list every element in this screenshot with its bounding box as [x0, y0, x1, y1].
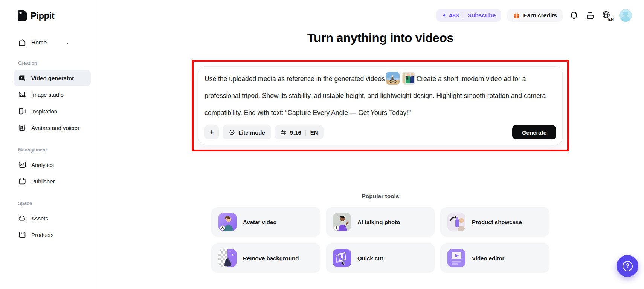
inspiration-icon [18, 107, 26, 115]
publisher-icon [18, 177, 26, 185]
red-annotation-box: Use the uploaded media as reference in t… [192, 60, 569, 151]
generate-button[interactable]: Generate [512, 125, 556, 139]
sidebar-section-space: Space [18, 201, 98, 206]
tool-label: AI talking photo [357, 219, 400, 225]
pippit-logo-icon [17, 10, 27, 21]
tool-label: Quick cut [357, 255, 383, 261]
prompt-input[interactable]: Use the uploaded media as reference in t… [204, 70, 556, 121]
sidebar-section-management: Management [18, 147, 98, 153]
sidebar-item-label: Inspiration [31, 108, 57, 115]
video-editor-thumbnail [447, 249, 465, 267]
home-icon [18, 38, 26, 47]
pill-divider [463, 13, 463, 18]
aspect-ratio-value: 9:16 [290, 129, 301, 136]
ratio-divider: | [305, 129, 307, 136]
sidebar-home-label: Home [31, 39, 47, 46]
lite-mode-button[interactable]: Lite mode [223, 125, 271, 139]
add-media-button[interactable]: + [204, 125, 219, 139]
sidebar-item-publisher[interactable]: Publisher [14, 173, 91, 190]
tool-label: Video editor [472, 255, 504, 261]
sidebar-item-video-generator[interactable]: Video generator [14, 70, 91, 86]
subscribe-link[interactable]: Subscribe [467, 12, 496, 19]
tool-card-video-editor[interactable]: Video editor [440, 243, 549, 273]
assets-cloud-icon [18, 214, 26, 222]
prompt-composer: Use the uploaded media as reference in t… [198, 66, 563, 145]
user-avatar[interactable] [619, 9, 632, 22]
remove-background-thumbnail [218, 249, 237, 267]
sidebar-item-assets[interactable]: Assets [14, 210, 91, 226]
tool-card-ai-talking-photo[interactable]: AI talking photo [326, 207, 435, 237]
credits-subscribe-pill[interactable]: ✦ 483 Subscribe [436, 9, 501, 22]
tool-card-quick-cut[interactable]: Quick cut [326, 243, 435, 273]
workspace-drawer-icon[interactable] [585, 11, 595, 20]
earn-credits-label: Earn credits [523, 12, 557, 19]
sidebar-item-image-studio[interactable]: Image studio [14, 86, 91, 103]
prompt-text-before: Use the uploaded media as reference in t… [204, 75, 385, 83]
sidebar-item-label: Products [31, 232, 53, 238]
lite-mode-sphere-icon [229, 129, 235, 136]
video-generator-icon [18, 74, 26, 82]
sparkle-star-icon: ✦ [442, 12, 447, 19]
stray-dot [67, 43, 68, 44]
sidebar-item-label: Video generator [31, 75, 74, 81]
tool-card-avatar-video[interactable]: Avatar video [211, 207, 320, 237]
sidebar-item-analytics[interactable]: Analytics [14, 156, 91, 173]
sidebar-section-creation: Creation [18, 61, 98, 66]
analytics-icon [18, 161, 26, 169]
sidebar-item-label: Analytics [31, 162, 54, 168]
sidebar-item-label: Avatars and voices [31, 125, 79, 131]
help-button[interactable]: ? [617, 255, 638, 277]
family-photo-thumbnail[interactable] [402, 72, 415, 85]
product-showcase-thumbnail [447, 213, 465, 231]
composer-controls: + Lite mode 9:16 [204, 125, 556, 139]
credits-count: 483 [449, 12, 459, 19]
pippit-logo[interactable]: Pippit [17, 10, 98, 21]
sidebar-item-products[interactable]: Products [14, 226, 91, 243]
gift-icon [513, 12, 520, 19]
notifications-bell-icon[interactable] [569, 11, 579, 20]
earn-credits-button[interactable]: Earn credits [507, 9, 563, 22]
sidebar-item-home[interactable]: Home [18, 36, 91, 49]
tool-card-remove-background[interactable]: Remove background [211, 243, 320, 273]
quick-cut-thumbnail [333, 249, 351, 267]
sidebar-item-label: Assets [31, 215, 48, 222]
tool-label: Avatar video [243, 219, 276, 225]
plus-icon: + [209, 128, 214, 137]
beach-bike-photo-thumbnail[interactable] [386, 72, 400, 85]
composer-language-value: EN [310, 129, 318, 136]
avatar-video-thumbnail [218, 213, 237, 231]
sidebar-item-inspiration[interactable]: Inspiration [14, 103, 91, 119]
question-mark-icon: ? [623, 261, 633, 271]
sidebar-item-label: Publisher [31, 178, 55, 185]
image-studio-icon [18, 90, 26, 99]
sliders-icon [280, 129, 287, 136]
lite-mode-label: Lite mode [238, 129, 265, 136]
tool-label: Product showcase [472, 219, 522, 225]
popular-tools-heading: Popular tools [192, 193, 569, 200]
language-switcher[interactable]: EN [601, 10, 613, 21]
popular-tools-grid: Avatar video AI talking photo [211, 207, 549, 273]
ratio-language-button[interactable]: 9:16 | EN [275, 125, 324, 139]
topbar: ✦ 483 Subscribe Earn credits EN [436, 9, 632, 22]
sidebar-item-label: Image studio [31, 92, 64, 98]
sidebar: Pippit Home Creation Video generator Ima… [0, 0, 98, 289]
tool-card-product-showcase[interactable]: Product showcase [440, 207, 549, 237]
sidebar-item-avatars-and-voices[interactable]: Avatars and voices [14, 119, 91, 136]
brand-name: Pippit [31, 11, 54, 21]
language-badge: EN [608, 17, 614, 21]
tool-label: Remove background [243, 255, 299, 261]
avatars-voices-icon [18, 124, 26, 132]
products-box-icon [18, 231, 26, 239]
ai-talking-photo-thumbnail [333, 213, 351, 231]
page-title: Turn anything into videos [192, 31, 569, 45]
